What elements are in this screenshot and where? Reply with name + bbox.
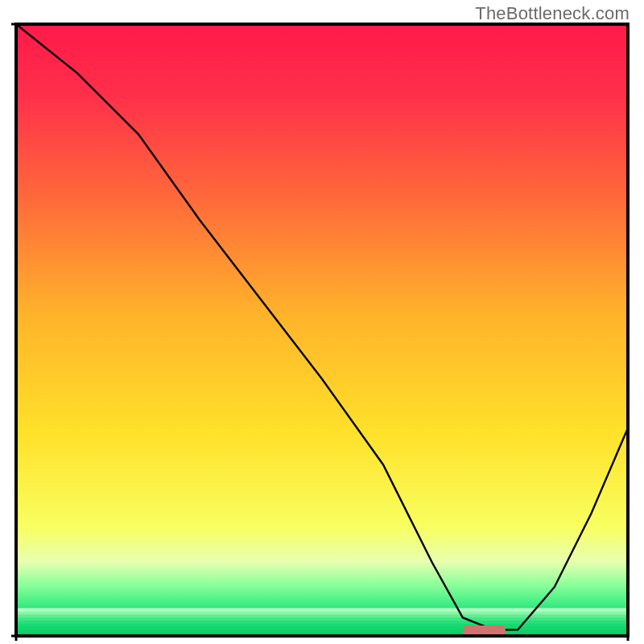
green-band-layer xyxy=(16,609,628,636)
bottleneck-chart xyxy=(0,0,644,644)
gradient-background xyxy=(16,24,628,609)
chart-container: TheBottleneck.com xyxy=(0,0,644,644)
watermark-text: TheBottleneck.com xyxy=(475,3,630,24)
